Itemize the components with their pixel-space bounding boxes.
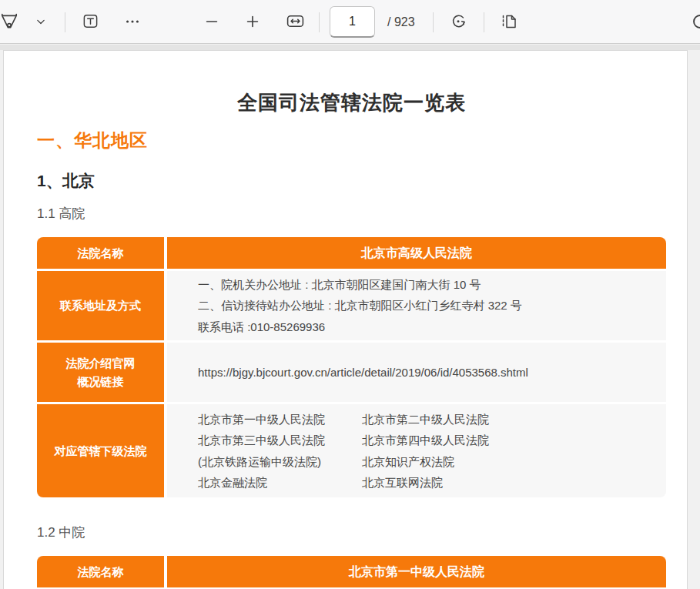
pen-options-button[interactable] bbox=[29, 9, 52, 35]
website-label: 法院介绍官网 概况链接 bbox=[37, 343, 164, 402]
lower-court-item: 北京金融法院 bbox=[198, 472, 362, 494]
pdf-toolbar: / 923 bbox=[0, 0, 700, 44]
lower-court-item: (北京铁路运输中级法院) bbox=[198, 451, 362, 473]
add-text-button[interactable] bbox=[77, 9, 103, 35]
court-name-label: 法院名称 bbox=[37, 556, 164, 587]
court-table-gaoyuan: 法院名称 北京市高级人民法院 联系地址及方式 一、院机关办公地址 : 北京市朝阳… bbox=[37, 237, 666, 497]
lower-court-item: 北京市第三中级人民法院 bbox=[198, 430, 362, 451]
toolbar-divider bbox=[319, 12, 320, 32]
page-count-label: / 923 bbox=[387, 0, 415, 44]
table-row-contact: 联系地址及方式 一、院机关办公地址 : 北京市朝阳区建国门南大街 10 号 二、… bbox=[37, 271, 666, 340]
contact-line: 二、信访接待站办公地址 : 北京市朝阳区小红门乡红寺村 322 号 bbox=[198, 295, 666, 316]
lower-court-item: 北京市第一中级人民法院 bbox=[198, 409, 362, 430]
search-button[interactable] bbox=[684, 9, 700, 35]
fit-to-width-button[interactable] bbox=[280, 9, 310, 35]
court-name-label: 法院名称 bbox=[37, 237, 164, 269]
viewport-gutter bbox=[0, 45, 700, 50]
table-row-court-name: 法院名称 北京市高级人民法院 bbox=[37, 237, 666, 269]
court-name-value: 北京市高级人民法院 bbox=[167, 237, 666, 269]
text-tool-icon bbox=[82, 12, 99, 32]
lower-courts-label: 对应管辖下级法院 bbox=[37, 404, 164, 497]
table-row-website: 法院介绍官网 概况链接 https://bjgy.bjcourt.gov.cn/… bbox=[37, 343, 666, 402]
minus-icon bbox=[203, 13, 220, 32]
contact-line: 一、院机关办公地址 : 北京市朝阳区建国门南大街 10 号 bbox=[198, 274, 666, 296]
lower-court-item: 北京互联网法院 bbox=[362, 472, 489, 494]
toolbar-divider bbox=[65, 12, 65, 32]
chevron-down-icon bbox=[33, 14, 49, 32]
table-row-court-name: 法院名称 北京市第一中级人民法院 bbox=[37, 556, 666, 587]
search-icon bbox=[684, 12, 700, 34]
court-table-zhongyuan: 法院名称 北京市第一中级人民法院 bbox=[37, 556, 666, 589]
fit-width-icon bbox=[286, 12, 305, 33]
sub-heading-gaoyuan: 1.1 高院 bbox=[37, 205, 666, 223]
more-options-button[interactable] bbox=[119, 9, 146, 35]
contact-value: 一、院机关办公地址 : 北京市朝阳区建国门南大街 10 号 二、信访接待站办公地… bbox=[167, 271, 666, 340]
ellipsis-icon bbox=[124, 13, 141, 32]
zoom-out-button[interactable] bbox=[199, 9, 225, 35]
contact-line: 联系电话 :010-85269936 bbox=[198, 316, 666, 338]
toolbar-divider bbox=[484, 12, 484, 32]
rotate-button[interactable] bbox=[444, 9, 472, 35]
lower-court-item: 北京知识产权法院 bbox=[362, 451, 489, 473]
website-url: https://bjgy.bjcourt.gov.cn/article/deta… bbox=[167, 343, 666, 402]
page-view-icon bbox=[500, 12, 518, 33]
sub-heading-zhongyuan: 1.2 中院 bbox=[37, 524, 666, 541]
lower-court-item: 北京市第二中级人民法院 bbox=[362, 409, 489, 430]
lower-court-item: 北京市第四中级人民法院 bbox=[362, 430, 489, 451]
doc-title: 全国司法管辖法院一览表 bbox=[37, 89, 666, 116]
pdf-page: 全国司法管辖法院一览表 一、华北地区 1、北京 1.1 高院 法院名称 北京市高… bbox=[3, 50, 688, 589]
page-view-button[interactable] bbox=[495, 9, 523, 35]
plus-icon bbox=[244, 13, 261, 32]
city-heading: 1、北京 bbox=[37, 170, 666, 192]
court-name-value: 北京市第一中级人民法院 bbox=[167, 556, 666, 587]
lower-courts-list: 北京市第一中级人民法院 北京市第三中级人民法院 (北京铁路运输中级法院) 北京金… bbox=[167, 404, 666, 497]
page-number-input[interactable] bbox=[330, 6, 375, 38]
region-heading: 一、华北地区 bbox=[37, 129, 666, 152]
draw-pen-button[interactable] bbox=[0, 9, 26, 35]
contact-label: 联系地址及方式 bbox=[37, 271, 164, 340]
toolbar-divider bbox=[433, 12, 434, 32]
zoom-in-button[interactable] bbox=[239, 9, 266, 35]
table-row-lower-courts: 对应管辖下级法院 北京市第一中级人民法院 北京市第三中级人民法院 (北京铁路运输… bbox=[37, 404, 666, 497]
pen-nib-icon bbox=[0, 12, 19, 34]
rotate-icon bbox=[449, 12, 467, 33]
